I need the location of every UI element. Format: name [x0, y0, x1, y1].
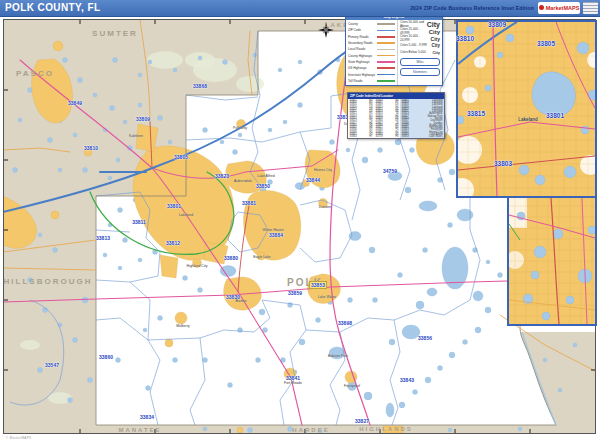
legend-body: CountyZIP CodePrimary RoadsSecondary Roa… [346, 20, 442, 85]
logo-info-box [583, 2, 598, 14]
logo-text: MarketMAPS [546, 5, 580, 11]
legend-scale-bars: MilesKilometers [400, 58, 440, 76]
legend-city-row: Cities 10,000 - 24,999City [400, 35, 440, 42]
zip-index-row: 34759H3 [376, 136, 399, 138]
legend-city-items: Cities 50,000 and AboveCityCities 25,000… [397, 20, 442, 85]
zip-index-table: 33801E433803E533805E433809D333810D333811… [348, 99, 444, 138]
zip-index-col1: 33801E433803E533805E433809D333810D333811… [348, 99, 374, 138]
scale-bar: Miles [400, 58, 440, 66]
legend-line-items: CountyZIP CodePrimary RoadsSecondary Roa… [346, 20, 397, 85]
copyright-text: © MarketMAPS [6, 436, 32, 440]
zip-index-row: 33853Lake Wales [402, 136, 443, 138]
zip-index-col3: 33801Lakeland33803Lakeland33805Lakeland3… [400, 99, 444, 138]
inset-winter-haven-map [509, 198, 595, 324]
logo-icon [539, 5, 544, 10]
compass-rose-icon [318, 22, 334, 38]
legend-row: Toll Roads [348, 78, 395, 84]
inset-lakeland-map [458, 22, 595, 196]
legend-city-row: Cities Below 5,000City [400, 49, 440, 56]
legend-box: Map Legend CountyZIP CodePrimary RoadsSe… [345, 13, 443, 86]
marketmaps-logo: MarketMAPS [538, 2, 580, 14]
edition-label: 2024 ZIP Code Business Reference Inset E… [410, 5, 534, 11]
title-bar: POLK COUNTY, FL 2024 ZIP Code Business R… [0, 0, 600, 17]
zip-index-col2: 33844G433847F733849D333850F433851G433853… [374, 99, 400, 138]
zip-index-box: ZIP Code Index/Grid Locator 33801E433803… [347, 92, 445, 139]
scale-bar: Kilometers [400, 68, 440, 76]
zip-index-row: 33843H7 [350, 136, 373, 138]
map-poster: POLK COUNTY, FL 2024 ZIP Code Business R… [0, 0, 600, 444]
inset-lakeland [456, 20, 597, 198]
inset-winter-haven [507, 196, 597, 326]
map-title: POLK COUNTY, FL [5, 2, 100, 13]
legend-city-row: Cities 5,000 - 9,999City [400, 42, 440, 49]
